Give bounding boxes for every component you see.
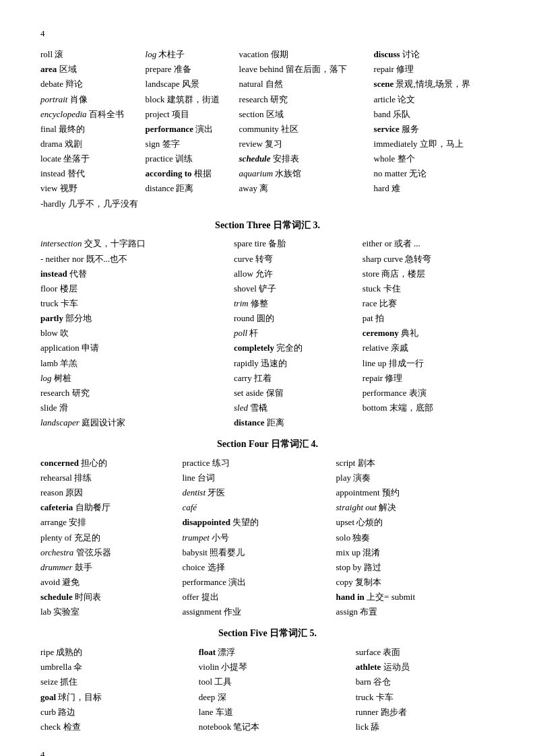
entry: pat 拍 xyxy=(363,311,495,326)
entry: curve 转弯 xyxy=(234,252,363,267)
entry: practice 训练 xyxy=(146,151,239,166)
section-three-header: Section Three 日常词汇 3. xyxy=(40,218,495,233)
entry: research 研究 xyxy=(40,386,234,401)
entry xyxy=(363,415,495,430)
entry: distance 距离 xyxy=(146,181,239,196)
entry: natural 自然 xyxy=(239,77,374,92)
entry: stop by 路过 xyxy=(336,560,495,575)
vocab-row: landscaper 庭园设计家 distance 距离 xyxy=(40,415,495,430)
vocab-table-s5: ripe 成熟的 float 漂浮 surface 表面 umbrella 伞 … xyxy=(40,645,495,734)
entry: notebook 笔记本 xyxy=(199,720,356,734)
entry: deep 深 xyxy=(199,690,356,705)
entry: drummer 鼓手 xyxy=(40,560,182,575)
entry: locate 坐落于 xyxy=(40,151,146,166)
entry: sled 雪橇 xyxy=(234,401,363,415)
entry: appointment 预约 xyxy=(336,485,495,500)
entry: offer 提出 xyxy=(182,590,336,605)
section-four-header: Section Four 日常词汇 4. xyxy=(40,437,495,452)
vocab-row: truck 卡车 trim 修整 race 比赛 xyxy=(40,296,495,311)
entry: prepare 准备 xyxy=(146,62,239,77)
entry: according to 根据 xyxy=(146,166,239,181)
vocab-row-3: debate 辩论 landscape 风景 natural 自然 scene … xyxy=(40,77,495,92)
entry: trumpet 小号 xyxy=(182,530,336,545)
entry: rehearsal 排练 xyxy=(40,471,182,485)
vocab-row: floor 楼层 shovel 铲子 stuck 卡住 xyxy=(40,281,495,296)
vocab-row: partly 部分地 round 圆的 pat 拍 xyxy=(40,311,495,326)
entry: away 离 xyxy=(239,181,374,196)
vocab-row-11: -hardly 几乎不，几乎没有 xyxy=(40,197,495,211)
entry: surface 表面 xyxy=(356,645,495,660)
entry: encyclopedia 百科全书 xyxy=(40,107,146,122)
vocab-row: lamb 羊羔 rapidly 迅速的 line up 排成一行 xyxy=(40,356,495,371)
entry: check 检查 xyxy=(40,720,199,734)
entry: upset 心烦的 xyxy=(336,515,495,530)
entry: mix up 混淆 xyxy=(336,545,495,560)
entry: cafeteria 自助餐厅 xyxy=(40,500,182,515)
entry: orchestra 管弦乐器 xyxy=(40,545,182,560)
entry: carry 扛着 xyxy=(234,371,363,386)
entry: roll 滚 xyxy=(40,47,146,62)
entry: athlete 运动员 xyxy=(356,660,495,675)
entry: floor 楼层 xyxy=(40,281,234,296)
entry: area 区域 xyxy=(40,62,146,77)
entry: application 申请 xyxy=(40,341,234,355)
entry: race 比赛 xyxy=(363,296,495,311)
entry: rapidly 迅速的 xyxy=(234,356,363,371)
vocab-row: research 研究 set aside 保留 performance 表演 xyxy=(40,386,495,401)
entry: round 圆的 xyxy=(234,311,363,326)
entry: copy 复制本 xyxy=(336,575,495,590)
vocab-row: log 树桩 carry 扛着 repair 修理 xyxy=(40,371,495,386)
entry: blow 吹 xyxy=(40,326,234,341)
vocab-row: ripe 成熟的 float 漂浮 surface 表面 xyxy=(40,645,495,660)
vocab-row: curb 路边 lane 车道 runner 跑步者 xyxy=(40,705,495,720)
entry: stuck 卡住 xyxy=(363,281,495,296)
entry: instead 替代 xyxy=(40,166,146,181)
entry: no matter 无论 xyxy=(374,166,495,181)
entry: view 视野 xyxy=(40,181,146,196)
entry: final 最终的 xyxy=(40,122,146,137)
entry: choice 选择 xyxy=(182,560,336,575)
entry: seize 抓住 xyxy=(40,675,199,689)
entry: script 剧本 xyxy=(336,456,495,471)
entry: performance 表演 xyxy=(363,386,495,401)
entry: ceremony 典礼 xyxy=(363,326,495,341)
entry: café xyxy=(182,500,336,515)
vocab-row: umbrella 伞 violin 小提琴 athlete 运动员 xyxy=(40,660,495,675)
entry: research 研究 xyxy=(239,92,374,107)
entry: repair 修理 xyxy=(374,62,495,77)
entry: arrange 安排 xyxy=(40,515,182,530)
vocab-row: schedule 时间表 offer 提出 hand in 上交= submit xyxy=(40,590,495,605)
entry: landscape 风景 xyxy=(146,77,239,92)
vocab-row: arrange 安排 disappointed 失望的 upset 心烦的 xyxy=(40,515,495,530)
entry: schedule 时间表 xyxy=(40,590,182,605)
entry: scene 景观,情境,场景，界 xyxy=(374,77,495,92)
entry: repair 修理 xyxy=(363,371,495,386)
entry: debate 辩论 xyxy=(40,77,146,92)
entry: bottom 末端，底部 xyxy=(363,401,495,415)
entry: float 漂浮 xyxy=(199,645,356,660)
vocab-row: drummer 鼓手 choice 选择 stop by 路过 xyxy=(40,560,495,575)
entry: assignment 作业 xyxy=(182,605,336,619)
entry: block 建筑群，街道 xyxy=(146,92,239,107)
entry: shovel 铲子 xyxy=(234,281,363,296)
entry: project 项目 xyxy=(146,107,239,122)
vocab-row-10: view 视野 distance 距离 away 离 hard 难 xyxy=(40,181,495,196)
entry: curb 路边 xyxy=(40,705,199,720)
entry: tool 工具 xyxy=(199,675,356,689)
vocab-row-5: encyclopedia 百科全书 project 项目 section 区域 … xyxy=(40,107,495,122)
vocab-row: application 申请 completely 完全的 relative 亲… xyxy=(40,341,495,355)
page-bottom-number: 4 xyxy=(40,748,495,756)
entry: article 论文 xyxy=(374,92,495,107)
entry: avoid 避免 xyxy=(40,575,182,590)
entry: practice 练习 xyxy=(182,456,336,471)
entry: review 复习 xyxy=(239,137,374,151)
vocab-row: slide 滑 sled 雪橇 bottom 末端，底部 xyxy=(40,401,495,415)
entry: allow 允许 xyxy=(234,267,363,281)
entry: spare tire 备胎 xyxy=(234,236,363,251)
entry: leave behind 留在后面，落下 xyxy=(239,62,374,77)
entry: service 服务 xyxy=(374,122,495,137)
entry: discuss 讨论 xyxy=(374,47,495,62)
vocab-row-7: drama 戏剧 sign 签字 review 复习 immediately 立… xyxy=(40,137,495,151)
vocab-row: avoid 避免 performance 演出 copy 复制本 xyxy=(40,575,495,590)
entry: portrait 肖像 xyxy=(40,92,146,107)
